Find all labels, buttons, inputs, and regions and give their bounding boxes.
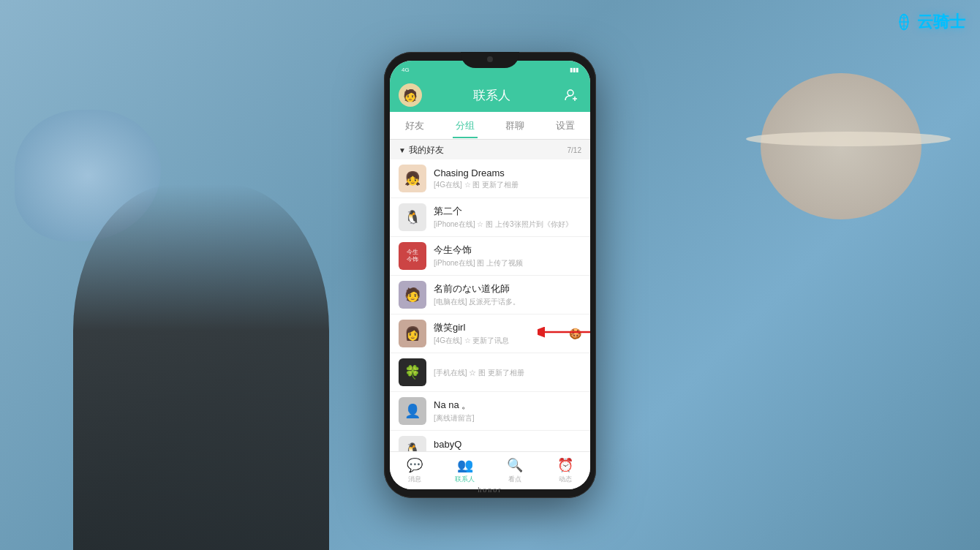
contacts-list: ▼ 我的好友 7/12 👧 Chasing Dreams [4G在线] ☆ 图 … [390, 140, 590, 451]
decorative-plate [746, 132, 951, 146]
group-name: 我的好友 [409, 144, 444, 157]
tab-settings[interactable]: 设置 [540, 113, 591, 138]
contact-info: 第二个 [iPhone在线] ☆ 图 上传3张照片到《你好》 [434, 205, 581, 230]
svg-point-3 [568, 90, 573, 96]
add-contact-button[interactable] [561, 85, 581, 105]
contact-status: [离线请留言] [434, 413, 581, 423]
phone-screen: 4G ▮▮▮ 🧑 联系人 [390, 61, 590, 489]
phone-brand: honor [478, 486, 502, 494]
avatar: 🐧 [399, 436, 426, 451]
nav-contacts-label: 联系人 [455, 475, 475, 484]
list-item[interactable]: 👧 Chasing Dreams [4G在线] ☆ 图 更新了相册 [390, 159, 590, 198]
app-title: 联系人 [473, 87, 510, 104]
nav-messages[interactable]: 💬 消息 [390, 457, 440, 484]
avatar: 👩 [399, 320, 426, 347]
status-icons: ▮▮▮ [570, 67, 578, 73]
tab-friends[interactable]: 好友 [390, 113, 440, 138]
list-item[interactable]: 今生今饰 今生今饰 [iPhone在线] 图 上传了视频 [390, 237, 590, 276]
list-item[interactable]: 👩 微笑girl [4G在线] ☆ 更新了讯息 [390, 314, 590, 353]
phone-device: 4G ▮▮▮ 🧑 联系人 [384, 52, 596, 498]
tab-groups[interactable]: 分组 [440, 113, 491, 138]
status-battery: ▮▮▮ [570, 67, 578, 73]
contact-status: [手机在线] ☆ 图 更新了相册 [434, 368, 581, 378]
contact-name: 第二个 [434, 205, 581, 218]
contact-name: Chasing Dreams [434, 167, 581, 178]
list-item[interactable]: 🧑 名前のない道化師 [电脑在线] 反派死于话多。 [390, 276, 590, 314]
contact-info: 名前のない道化師 [电脑在线] 反派死于话多。 [434, 282, 581, 307]
avatar: 今生今饰 [399, 242, 426, 270]
phone-notch [461, 52, 519, 68]
status-signal: 4G [402, 67, 410, 73]
contact-name: Na na 。 [434, 399, 581, 412]
contact-name: 名前のない道化師 [434, 282, 581, 295]
contact-info: babyQ [离线] Hi，我是babyQ，你的智能小伙伴— [434, 439, 581, 452]
list-item[interactable]: 🐧 第二个 [iPhone在线] ☆ 图 上传3张照片到《你好》 [390, 198, 590, 237]
watermark: 云骑士 [894, 11, 965, 33]
red-arrow-annotation [538, 321, 590, 346]
tab-bar: 好友 分组 群聊 设置 [390, 112, 590, 140]
list-item[interactable]: 🐧 babyQ [离线] Hi，我是babyQ，你的智能小伙伴— [390, 431, 590, 451]
contact-info: 今生今饰 [iPhone在线] 图 上传了视频 [434, 244, 581, 268]
list-item[interactable]: 🍀 [手机在线] ☆ 图 更新了相册 [390, 353, 590, 392]
nav-contacts[interactable]: 👥 联系人 [440, 457, 491, 484]
group-arrow-icon: ▼ [399, 146, 406, 154]
nav-activity-label: 动态 [559, 475, 572, 484]
avatar: 🍀 [399, 358, 426, 386]
nav-discover-label: 看点 [508, 475, 521, 484]
contact-status: [电脑在线] 反派死于话多。 [434, 297, 581, 307]
group-header[interactable]: ▼ 我的好友 7/12 [390, 140, 590, 159]
phone-wrapper: 4G ▮▮▮ 🧑 联系人 [384, 52, 596, 498]
activity-icon: ⏰ [557, 457, 573, 473]
decorative-blob-right [761, 73, 921, 219]
avatar: 👧 [399, 165, 426, 192]
avatar: 👤 [399, 397, 426, 425]
nav-messages-label: 消息 [408, 475, 421, 484]
group-count: 7/12 [568, 146, 581, 154]
messages-icon: 💬 [407, 457, 423, 473]
avatar: 🧑 [399, 281, 426, 309]
contact-status: [4G在线] ☆ 图 更新了相册 [434, 180, 581, 190]
avatar: 🐧 [399, 203, 426, 231]
app-header: 🧑 联系人 [390, 78, 590, 112]
contact-status: [iPhone在线] ☆ 图 上传3张照片到《你好》 [434, 219, 581, 230]
list-item[interactable]: 👤 Na na 。 [离线请留言] [390, 392, 590, 431]
nav-discover[interactable]: 🔍 看点 [490, 457, 540, 484]
user-avatar[interactable]: 🧑 [399, 83, 422, 107]
contact-info: Chasing Dreams [4G在线] ☆ 图 更新了相册 [434, 167, 581, 190]
hand-decoration [73, 184, 329, 550]
front-camera [487, 56, 493, 62]
contact-name: 今生今饰 [434, 244, 581, 257]
tab-group-chat[interactable]: 群聊 [490, 113, 540, 138]
bottom-navigation: 💬 消息 👥 联系人 🔍 看点 ⏰ 动态 [390, 451, 590, 489]
nav-activity[interactable]: ⏰ 动态 [540, 457, 591, 484]
contact-status: [iPhone在线] 图 上传了视频 [434, 258, 581, 268]
contact-info: [手机在线] ☆ 图 更新了相册 [434, 366, 581, 378]
contacts-icon: 👥 [457, 457, 473, 473]
contact-name: babyQ [434, 439, 581, 450]
discover-icon: 🔍 [507, 457, 523, 473]
contact-info: Na na 。 [离线请留言] [434, 399, 581, 423]
